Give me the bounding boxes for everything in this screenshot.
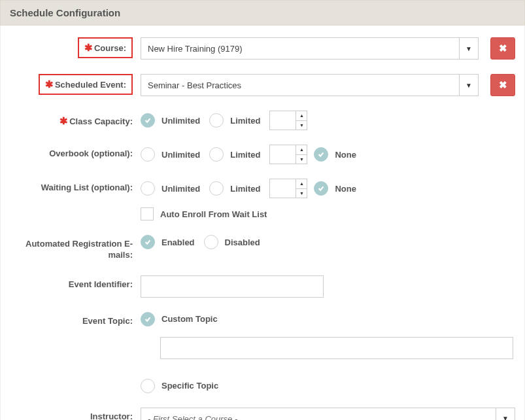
spinner-down-icon[interactable]: ▼ bbox=[296, 189, 307, 198]
spinner-down-icon[interactable]: ▼ bbox=[296, 155, 307, 164]
radio-waitlist-none[interactable] bbox=[314, 181, 328, 196]
row-scheduled-event: ✱Scheduled Event: Seminar - Best Practic… bbox=[10, 74, 515, 96]
remove-scheduled-event-button[interactable]: ✖ bbox=[490, 74, 515, 96]
row-event-topic: Event Topic: Custom Topic Specific Topic bbox=[10, 312, 515, 393]
radio-overbook-unlimited[interactable] bbox=[141, 147, 155, 162]
control-instructor: - First Select a Course - ▼ bbox=[141, 408, 515, 420]
radio-capacity-limited[interactable] bbox=[209, 113, 224, 128]
radio-waitlist-unlimited[interactable] bbox=[141, 181, 155, 196]
control-scheduled-event: Seminar - Best Practices ▼ ✖ bbox=[141, 74, 515, 96]
row-class-capacity: ✱Class Capacity: Unlimited Limited ▲ ▼ bbox=[10, 111, 515, 130]
input-overbook-limit[interactable] bbox=[269, 145, 296, 164]
panel-header: Schedule Configuration bbox=[0, 0, 525, 26]
label-waiting-list: Waiting List (optional): bbox=[41, 183, 133, 192]
radio-emails-disabled[interactable] bbox=[204, 235, 218, 249]
close-icon: ✖ bbox=[499, 43, 507, 54]
label-waiting-list-col: Waiting List (optional): bbox=[10, 179, 141, 194]
label-auto-enroll-col bbox=[10, 207, 141, 211]
waitlist-number-wrap: ▲ ▼ bbox=[269, 179, 307, 198]
label-scheduled-event: Scheduled Event: bbox=[55, 80, 126, 90]
specific-topic-option: Specific Topic bbox=[141, 379, 221, 393]
row-waiting-list: Waiting List (optional): Unlimited Limit… bbox=[10, 179, 515, 198]
control-class-capacity: Unlimited Limited ▲ ▼ bbox=[141, 111, 515, 130]
remove-course-button[interactable]: ✖ bbox=[490, 37, 515, 60]
row-auto-emails: Automated Registration E-mails: Enabled … bbox=[10, 235, 515, 261]
control-auto-emails: Enabled Disabled bbox=[141, 235, 515, 249]
label-event-topic: Event Topic: bbox=[82, 316, 133, 326]
check-icon bbox=[144, 315, 152, 323]
chevron-down-icon: ▼ bbox=[496, 408, 515, 420]
label-unlimited: Unlimited bbox=[161, 150, 200, 160]
select-course[interactable]: New Hire Training (9179) ▼ bbox=[141, 37, 479, 60]
row-course: ✱Course: New Hire Training (9179) ▼ ✖ bbox=[10, 37, 515, 60]
required-star-icon: ✱ bbox=[45, 79, 54, 90]
row-event-identifier: Event Identifier: bbox=[10, 275, 515, 298]
select-scheduled-event[interactable]: Seminar - Best Practices ▼ bbox=[141, 74, 479, 96]
label-custom-topic: Custom Topic bbox=[161, 314, 218, 324]
label-unlimited: Unlimited bbox=[161, 184, 200, 194]
label-unlimited: Unlimited bbox=[161, 116, 200, 126]
overbook-number-wrap: ▲ ▼ bbox=[269, 145, 307, 164]
select-instructor[interactable]: - First Select a Course - ▼ bbox=[141, 408, 515, 420]
select-instructor-value: - First Select a Course - bbox=[141, 408, 496, 420]
row-auto-enroll: Auto Enroll From Wait List bbox=[10, 207, 515, 220]
label-disabled: Disabled bbox=[225, 237, 260, 247]
input-event-identifier[interactable] bbox=[141, 275, 324, 298]
radio-overbook-none[interactable] bbox=[314, 147, 328, 162]
control-auto-enroll: Auto Enroll From Wait List bbox=[141, 207, 515, 220]
input-capacity-limit[interactable] bbox=[269, 111, 296, 130]
required-star-icon: ✱ bbox=[84, 42, 93, 53]
select-course-value: New Hire Training (9179) bbox=[141, 37, 459, 60]
radio-custom-topic[interactable] bbox=[141, 312, 155, 326]
label-class-capacity-col: ✱Class Capacity: bbox=[10, 111, 141, 128]
radio-overbook-limited[interactable] bbox=[209, 147, 224, 162]
radio-specific-topic[interactable] bbox=[141, 379, 155, 393]
chevron-down-icon: ▼ bbox=[459, 74, 479, 96]
waitlist-spinner: ▲ ▼ bbox=[296, 179, 307, 198]
label-none: None bbox=[335, 150, 356, 160]
label-course: Course: bbox=[94, 43, 126, 53]
check-icon bbox=[317, 150, 325, 158]
control-event-topic: Custom Topic Specific Topic bbox=[141, 312, 515, 393]
spinner-up-icon[interactable]: ▲ bbox=[296, 145, 307, 155]
label-course-col: ✱Course: bbox=[10, 37, 141, 58]
label-event-identifier: Event Identifier: bbox=[69, 279, 133, 289]
input-custom-topic[interactable] bbox=[160, 337, 513, 359]
check-icon bbox=[317, 184, 325, 192]
label-enabled: Enabled bbox=[161, 237, 195, 247]
control-waiting-list: Unlimited Limited ▲ ▼ None bbox=[141, 179, 515, 198]
label-event-identifier-col: Event Identifier: bbox=[10, 275, 141, 290]
input-waitlist-limit[interactable] bbox=[269, 179, 296, 198]
label-none: None bbox=[335, 184, 356, 194]
spinner-up-icon[interactable]: ▲ bbox=[296, 179, 307, 189]
label-instructor-col: Instructor: bbox=[10, 408, 141, 420]
label-auto-emails: Automated Registration E-mails: bbox=[25, 239, 133, 260]
label-class-capacity: Class Capacity: bbox=[69, 116, 133, 126]
label-auto-emails-col: Automated Registration E-mails: bbox=[10, 235, 141, 261]
capacity-spinner: ▲ ▼ bbox=[296, 111, 307, 130]
control-course: New Hire Training (9179) ▼ ✖ bbox=[141, 37, 515, 60]
radio-capacity-unlimited[interactable] bbox=[141, 113, 155, 128]
label-scheduled-event-col: ✱Scheduled Event: bbox=[10, 74, 141, 95]
radio-waitlist-limited[interactable] bbox=[209, 181, 224, 196]
check-icon bbox=[144, 116, 152, 124]
capacity-number-wrap: ▲ ▼ bbox=[269, 111, 307, 130]
overbook-spinner: ▲ ▼ bbox=[296, 145, 307, 164]
label-course-highlight: ✱Course: bbox=[78, 37, 133, 58]
row-instructor: Instructor: - First Select a Course - ▼ bbox=[10, 408, 515, 420]
custom-topic-option: Custom Topic bbox=[141, 312, 220, 326]
required-star-icon: ✱ bbox=[59, 115, 68, 126]
label-limited: Limited bbox=[230, 150, 260, 160]
spinner-up-icon[interactable]: ▲ bbox=[296, 111, 307, 121]
checkbox-auto-enroll[interactable] bbox=[141, 207, 154, 220]
label-limited: Limited bbox=[230, 116, 260, 126]
control-event-identifier bbox=[141, 275, 515, 298]
panel-title: Schedule Configuration bbox=[10, 7, 120, 18]
spinner-down-icon[interactable]: ▼ bbox=[296, 121, 307, 130]
label-overbook: Overbook (optional): bbox=[49, 149, 133, 158]
label-overbook-col: Overbook (optional): bbox=[10, 145, 141, 160]
form-area: ✱Course: New Hire Training (9179) ▼ ✖ ✱S… bbox=[0, 26, 525, 420]
close-icon: ✖ bbox=[499, 79, 507, 91]
radio-emails-enabled[interactable] bbox=[141, 235, 155, 249]
row-overbook: Overbook (optional): Unlimited Limited ▲… bbox=[10, 145, 515, 164]
